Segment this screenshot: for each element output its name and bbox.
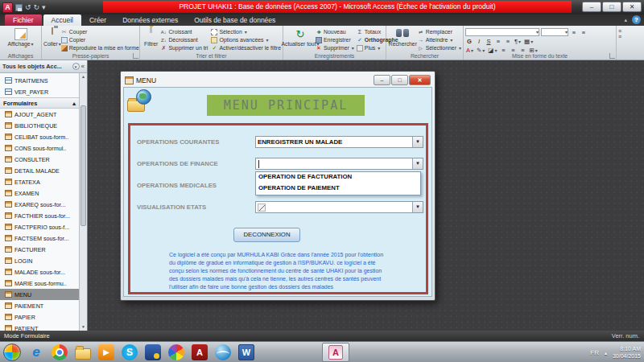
font-name-combo[interactable] (465, 28, 539, 36)
messenger-icon[interactable] (145, 344, 161, 360)
word-icon[interactable]: W (238, 344, 254, 360)
cut-button[interactable]: Couper (61, 28, 139, 35)
selection-button[interactable]: Sélection (211, 28, 281, 35)
dropdown-option[interactable]: OPERATION DE PAIEMENT (256, 183, 420, 195)
view-button[interactable]: Affichage (7, 27, 35, 51)
help-icon[interactable]: ? (632, 15, 641, 24)
save-icon[interactable] (15, 4, 23, 11)
media-player-icon[interactable]: ▶ (98, 344, 114, 360)
nav-item-form[interactable]: FACTPERIO sous-f... (0, 221, 79, 232)
indent-decrease-icon[interactable] (494, 37, 502, 45)
deconnexion-button[interactable]: DECONNEXION (233, 228, 300, 242)
combo-dropdown-icon[interactable]: ▼ (412, 202, 423, 212)
language-indicator[interactable]: FR (590, 349, 599, 356)
ribbon-collapse-icon[interactable]: ▴ (624, 17, 627, 23)
navigation-pane-header[interactable]: Tous les objets Acc... ▾ « (0, 60, 87, 73)
scroll-thumb[interactable] (80, 105, 86, 226)
nav-item-form[interactable]: EXAMEN (0, 187, 79, 199)
nav-item-table[interactable]: TRAITMENS (0, 75, 79, 86)
tray-expand-icon[interactable]: ▴ (605, 350, 607, 356)
sort-desc-button[interactable]: Décroissant (160, 36, 208, 43)
nav-item-form[interactable]: MENU (0, 289, 79, 300)
internet-explorer-icon[interactable]: e (28, 344, 44, 360)
close-button[interactable]: ✕ (622, 2, 642, 12)
nav-item-form[interactable]: BIBLIOTHEQUE (0, 120, 79, 131)
nav-item-form[interactable]: MALADE sous-for... (0, 266, 79, 278)
combo-visualisation-etats[interactable]: ▼ (255, 201, 423, 213)
nav-item-form[interactable]: DETAIL MALADE (0, 165, 79, 176)
redo-icon[interactable]: ↻ (34, 2, 40, 13)
clock[interactable]: 8:10 AM30/04/2015 (613, 345, 641, 360)
bold-button[interactable]: G (465, 37, 473, 45)
undo-icon[interactable]: ↺ (25, 2, 31, 13)
combo-operations-finance[interactable]: ▼ (255, 158, 423, 170)
new-record-button[interactable]: Nouveau (316, 28, 354, 35)
nav-group-formulaires[interactable]: Formulaires ▴ (0, 97, 79, 109)
nav-item-form[interactable]: CONS sous-formul.. (0, 142, 79, 154)
tab-fichier[interactable]: Fichier (5, 14, 42, 26)
nav-item-form[interactable]: PAPIER (0, 311, 79, 323)
filter-button[interactable]: Filtrer (142, 27, 160, 51)
select-button[interactable]: Sélectionner (418, 44, 461, 51)
nav-item-form[interactable]: PAIEMENT (0, 300, 79, 311)
start-button[interactable] (3, 343, 21, 361)
explorer-folder-icon[interactable] (75, 348, 91, 360)
combo-operations-courantes[interactable]: ENREGISTRER UN MALADE ▼ (255, 136, 423, 148)
tab-outils-bdd[interactable]: Outils de base de données (186, 14, 283, 26)
nav-item-form[interactable]: LOGIN (0, 255, 79, 266)
nav-item-form[interactable]: AJOUT_AGENT (0, 109, 79, 120)
text-direction-icon[interactable]: ¶ (514, 37, 522, 45)
indent-increase-icon[interactable] (504, 37, 512, 45)
font-size-combo[interactable] (541, 28, 568, 36)
tab-accueil[interactable]: Accueil (43, 14, 81, 26)
find-button[interactable]: Rechercher (388, 27, 418, 51)
browser-globe-icon[interactable] (215, 344, 231, 360)
chrome-icon[interactable] (52, 344, 68, 360)
nav-item-form[interactable]: CELIBAT sous-form.. (0, 131, 79, 142)
nav-item-form[interactable]: PATIENT (0, 323, 79, 331)
tab-donnees-externes[interactable]: Données externes (114, 14, 186, 26)
delete-record-button[interactable]: Supprimer (316, 44, 354, 51)
adobe-reader-icon[interactable]: A (192, 344, 208, 360)
nav-item-form[interactable]: FACTHIER sous-for... (0, 210, 79, 221)
access-taskbar-button[interactable]: A (322, 343, 349, 362)
nav-item-form[interactable]: FACTURER (0, 244, 79, 255)
shutter-bar-icon[interactable]: « (81, 63, 85, 70)
numbering-icon[interactable] (580, 28, 588, 36)
nav-item-form[interactable]: FACTSEM sous-for... (0, 232, 79, 244)
form-minimize-button[interactable]: – (374, 75, 390, 85)
underline-button[interactable]: S (485, 37, 493, 45)
toggle-filter-button[interactable]: Activer/désactiver le filtre (211, 44, 281, 51)
pinwheel-app-icon[interactable] (168, 344, 184, 360)
nav-item-form[interactable]: MARIE sous-formu.. (0, 278, 79, 289)
form-titlebar[interactable]: MENU – □ ✕ (123, 73, 432, 87)
format-painter-button[interactable]: Reproduire la mise en forme (61, 44, 139, 51)
remove-sort-button[interactable]: Supprimer un tri (160, 44, 208, 51)
bullets-icon[interactable] (570, 28, 578, 36)
tab-creer[interactable]: Créer (81, 14, 114, 26)
save-record-button[interactable]: Enregistrer (316, 36, 354, 43)
access-app-icon[interactable]: A (2, 2, 13, 13)
nav-menu-icon[interactable]: ▾ (72, 63, 80, 70)
qat-customize-icon[interactable]: ▾ (42, 2, 46, 13)
nav-item-form[interactable]: EXAREQ sous-for... (0, 199, 79, 210)
advanced-options-button[interactable]: Options avancées (211, 36, 281, 43)
replace-button[interactable]: Remplacer (418, 28, 461, 35)
minimize-button[interactable]: – (582, 2, 601, 12)
form-restore-button[interactable]: □ (391, 75, 408, 85)
refresh-all-button[interactable]: Actualiser tout (285, 27, 316, 51)
collapse-group-icon[interactable]: ▴ (72, 100, 76, 107)
paste-button[interactable]: Coller (43, 27, 61, 51)
maximize-button[interactable]: □ (602, 2, 621, 12)
table-style-icon[interactable]: ▦ (523, 37, 534, 45)
italic-button[interactable]: I (475, 37, 483, 45)
nav-item-form[interactable]: ETATEXA (0, 176, 79, 187)
sort-asc-button[interactable]: Croissant (160, 28, 208, 35)
nav-item-form[interactable]: CONSULTER (0, 154, 79, 165)
form-close-button[interactable]: ✕ (409, 75, 431, 85)
goto-button[interactable]: Atteindre (418, 36, 461, 43)
skype-icon[interactable]: S (122, 344, 138, 360)
scroll-up-icon[interactable]: ▲ (80, 73, 87, 80)
nav-item-table[interactable]: VER_PAYER (0, 86, 79, 97)
combo-dropdown-icon[interactable]: ▼ (412, 137, 423, 147)
